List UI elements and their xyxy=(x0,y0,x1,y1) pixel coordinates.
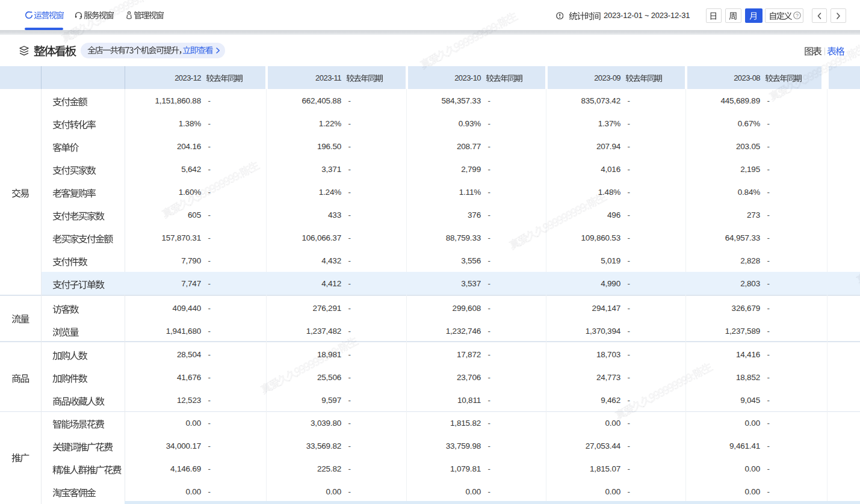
svg-text:?: ? xyxy=(796,13,799,19)
